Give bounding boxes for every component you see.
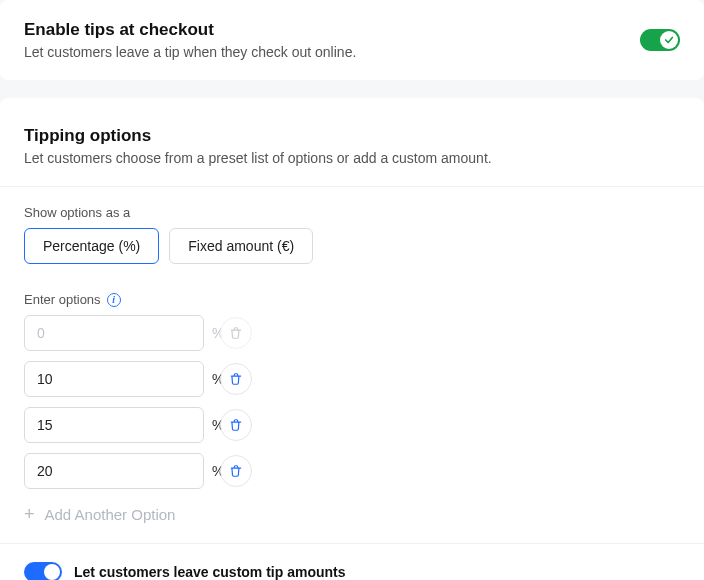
option-input[interactable]: [37, 463, 212, 479]
option-row: %: [24, 315, 680, 351]
display-mode-tabs: Percentage (%) Fixed amount (€): [24, 228, 680, 264]
option-input-wrap: %: [24, 361, 204, 397]
delete-option-button[interactable]: [220, 363, 252, 395]
trash-icon: [229, 464, 243, 478]
enable-tips-card: Enable tips at checkout Let customers le…: [0, 0, 704, 80]
enable-tips-subtitle: Let customers leave a tip when they chec…: [24, 44, 356, 60]
custom-tips-label: Let customers leave custom tip amounts: [74, 564, 346, 580]
add-another-option-button[interactable]: + Add Another Option: [24, 505, 680, 523]
enable-tips-title: Enable tips at checkout: [24, 20, 356, 40]
trash-icon: [229, 326, 243, 340]
tab-fixed-amount[interactable]: Fixed amount (€): [169, 228, 313, 264]
show-options-label: Show options as a: [24, 205, 680, 220]
toggle-knob: [660, 31, 678, 49]
option-input-wrap: %: [24, 453, 204, 489]
tipping-options-card: Tipping options Let customers choose fro…: [0, 98, 704, 580]
check-icon: [664, 35, 674, 45]
option-input-wrap: %: [24, 315, 204, 351]
option-input[interactable]: [37, 325, 212, 341]
option-row: %: [24, 361, 680, 397]
divider: [0, 186, 704, 187]
delete-option-button[interactable]: [220, 455, 252, 487]
option-row: %: [24, 453, 680, 489]
trash-icon: [229, 418, 243, 432]
info-icon[interactable]: i: [107, 293, 121, 307]
option-input-wrap: %: [24, 407, 204, 443]
enter-options-label: Enter options i: [24, 292, 680, 307]
options-list: % %: [24, 315, 680, 489]
toggle-knob: [44, 564, 60, 580]
delete-option-button[interactable]: [220, 409, 252, 441]
option-row: %: [24, 407, 680, 443]
trash-icon: [229, 372, 243, 386]
option-input[interactable]: [37, 371, 212, 387]
plus-icon: +: [24, 505, 35, 523]
tipping-options-subtitle: Let customers choose from a preset list …: [24, 150, 680, 166]
enable-tips-text: Enable tips at checkout Let customers le…: [24, 20, 356, 60]
option-input[interactable]: [37, 417, 212, 433]
divider: [0, 543, 704, 544]
custom-tips-toggle[interactable]: [24, 562, 62, 580]
enable-tips-toggle[interactable]: [640, 29, 680, 51]
tipping-options-title: Tipping options: [24, 126, 680, 146]
custom-tips-row: Let customers leave custom tip amounts: [24, 562, 680, 580]
delete-option-button: [220, 317, 252, 349]
tab-percentage[interactable]: Percentage (%): [24, 228, 159, 264]
